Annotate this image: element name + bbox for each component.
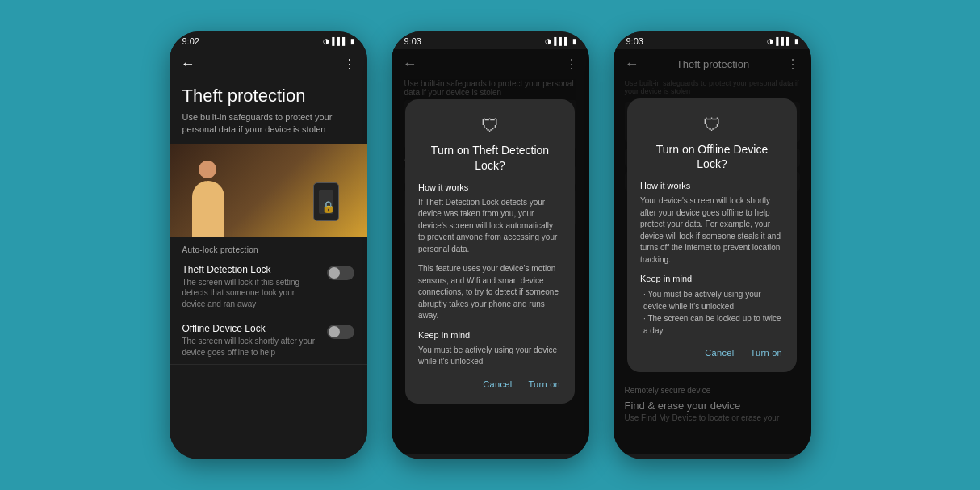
phone-2: 9:03 ◑ ▌▌▌ ▮ ← ⋮ Use built-in safeguards… (392, 31, 589, 459)
status-icons-3: ◑ ▌▌▌ ▮ (767, 37, 798, 45)
hero-image-1: 🔒 (170, 144, 367, 237)
wifi-icon-2: ◑ (545, 37, 551, 45)
offline-device-dialog: 🛡 Turn on Offline Device Lock? How it wo… (627, 98, 797, 372)
page-title-1: Theft protection (170, 79, 367, 111)
dialog-bullet-1-3: · You must be actively using your device… (640, 288, 784, 312)
status-time-3: 9:03 (626, 36, 643, 46)
status-icons-2: ◑ ▌▌▌ ▮ (545, 37, 576, 45)
dialog-body1-2: If Theft Detection Lock detects your dev… (418, 197, 562, 256)
dialog-actions-3: Cancel Turn on (640, 345, 784, 361)
back-icon-1[interactable]: ← (181, 56, 195, 73)
cancel-button-2[interactable]: Cancel (481, 376, 513, 392)
dialog-actions-2: Cancel Turn on (418, 376, 562, 392)
page-subtitle-1: Use built-in safeguards to protect your … (170, 111, 367, 144)
more-icon-1[interactable]: ⋮ (343, 57, 356, 72)
status-time-2: 9:03 (404, 36, 421, 46)
signal-icon-3: ▌▌▌ (776, 37, 791, 45)
dialog-body2-2: This feature uses your device's motion s… (418, 263, 562, 322)
phone-1: 9:02 ◑ ▌▌▌ ▮ ← ⋮ Theft protection Use bu… (170, 31, 367, 459)
dialog-how-it-works-label-2: How it works (418, 182, 562, 192)
phone1-content: ← ⋮ Theft protection Use built-in safegu… (170, 49, 367, 454)
dialog-shield-icon-3: 🛡 (640, 115, 784, 136)
dialog-body3-2: You must be actively using your device w… (418, 345, 562, 368)
theft-detection-dialog: 🛡 Turn on Theft Detection Lock? How it w… (405, 99, 575, 403)
offline-lock-title: Offline Device Lock (182, 323, 320, 334)
battery-icon-2: ▮ (572, 37, 576, 45)
dialog-title-3: Turn on Offline Device Lock? (640, 142, 784, 171)
phone3-content: ← Theft protection ⋮ Use built-in safegu… (614, 49, 811, 454)
nav-bar-1: ← ⋮ (170, 49, 367, 79)
wifi-icon: ◑ (323, 37, 329, 45)
offline-lock-toggle[interactable] (327, 325, 354, 339)
battery-icon: ▮ (350, 37, 354, 45)
status-bar-1: 9:02 ◑ ▌▌▌ ▮ (170, 31, 367, 49)
cancel-button-3[interactable]: Cancel (703, 345, 735, 361)
status-icons-1: ◑ ▌▌▌ ▮ (323, 37, 354, 45)
phone2-content: ← ⋮ Use built-in safeguards to protect y… (392, 49, 589, 454)
setting-theft-detection: Theft Detection Lock The screen will loc… (170, 258, 367, 317)
dialog-bullet-2-3: · The screen can be locked up to twice a… (640, 312, 784, 337)
dialog-how-it-works-label-3: How it works (640, 181, 784, 191)
dialog-overlay-3: 🛡 Turn on Offline Device Lock? How it wo… (614, 49, 811, 454)
section-label-1: Auto-lock protection (170, 237, 367, 258)
dialog-overlay-2: 🛡 Turn on Theft Detection Lock? How it w… (392, 49, 589, 454)
signal-icon: ▌▌▌ (332, 37, 347, 45)
dialog-body1-3: Your device's screen will lock shortly a… (640, 195, 784, 266)
status-bar-2: 9:03 ◑ ▌▌▌ ▮ (392, 31, 589, 49)
wifi-icon-3: ◑ (767, 37, 773, 45)
theft-detection-desc: The screen will lock if this setting det… (182, 277, 320, 310)
theft-detection-toggle[interactable] (327, 266, 354, 280)
signal-icon-2: ▌▌▌ (554, 37, 569, 45)
battery-icon-3: ▮ (794, 37, 798, 45)
status-time-1: 9:02 (182, 36, 199, 46)
status-bar-3: 9:03 ◑ ▌▌▌ ▮ (614, 31, 811, 49)
turn-on-button-2[interactable]: Turn on (526, 376, 562, 392)
setting-offline-lock: Offline Device Lock The screen will lock… (170, 316, 367, 365)
dialog-keep-in-mind-label-3: Keep in mind (640, 274, 784, 283)
turn-on-button-3[interactable]: Turn on (748, 345, 784, 361)
theft-detection-title: Theft Detection Lock (182, 264, 320, 275)
offline-lock-desc: The screen will lock shortly after your … (182, 336, 320, 358)
phone-3: 9:03 ◑ ▌▌▌ ▮ ← Theft protection ⋮ Use bu… (614, 31, 811, 459)
dialog-keep-in-mind-label-2: Keep in mind (418, 330, 562, 340)
dialog-title-2: Turn on Theft Detection Lock? (418, 143, 562, 172)
dialog-shield-icon-2: 🛡 (418, 115, 562, 136)
